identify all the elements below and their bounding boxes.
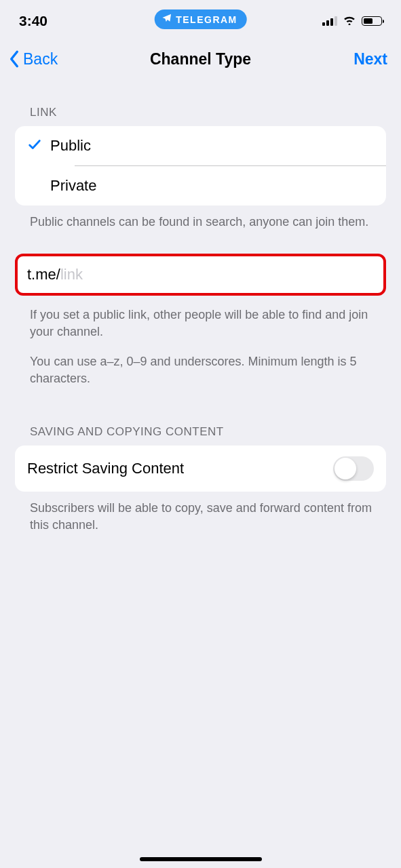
link-footer-2: You can use a–z, 0–9 and underscores. Mi… <box>0 341 401 387</box>
channel-type-list: Public Private <box>15 126 386 205</box>
link-section-header: LINK <box>0 106 401 126</box>
next-button[interactable]: Next <box>354 50 387 68</box>
back-button[interactable]: Back <box>7 49 58 69</box>
back-label: Back <box>23 50 58 68</box>
option-private[interactable]: Private <box>15 166 386 205</box>
link-input[interactable] <box>60 266 374 283</box>
status-time: 3:40 <box>19 13 47 29</box>
page-title: Channel Type <box>150 50 251 68</box>
status-app-pill: TELEGRAM <box>154 9 247 29</box>
restrict-saving-row: Restrict Saving Content <box>15 446 386 492</box>
restrict-saving-label: Restrict Saving Content <box>27 460 184 477</box>
public-link-field[interactable]: t.me/ <box>15 254 386 296</box>
option-private-label: Private <box>50 166 374 205</box>
link-footer-1: If you set a public link, other people w… <box>0 296 401 340</box>
status-app-label: TELEGRAM <box>176 14 237 25</box>
wifi-icon <box>343 14 356 28</box>
home-indicator[interactable] <box>140 857 262 861</box>
status-bar: 3:40 TELEGRAM <box>0 0 401 34</box>
link-section-footer: Public channels can be found in search, … <box>0 205 401 231</box>
saving-section-header: SAVING AND COPYING CONTENT <box>0 425 401 446</box>
nav-bar: Back Channel Type Next <box>0 34 401 87</box>
cellular-icon <box>322 16 337 26</box>
battery-icon <box>362 16 382 26</box>
saving-section-footer: Subscribers will be able to copy, save a… <box>0 492 401 534</box>
option-public-label: Public <box>50 126 374 165</box>
checkmark-icon <box>27 137 42 155</box>
toggle-knob <box>335 458 356 479</box>
link-prefix: t.me/ <box>27 266 60 283</box>
restrict-saving-toggle[interactable] <box>333 456 374 481</box>
option-public[interactable]: Public <box>15 126 386 165</box>
status-indicators <box>322 14 382 28</box>
telegram-icon <box>161 13 172 26</box>
